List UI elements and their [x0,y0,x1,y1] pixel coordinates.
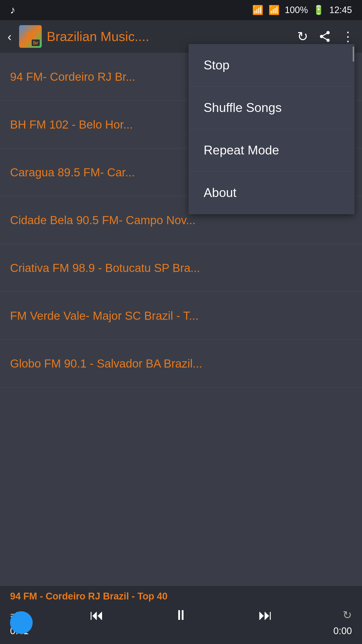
signal-icon: 📶 [268,5,280,15]
now-playing-text: 94 FM - Cordeiro RJ Brazil - Top 40 [10,591,352,602]
menu-item-repeat[interactable]: Repeat Mode [189,129,354,172]
time-remaining: 0:00 [333,626,352,636]
status-bar: ♪ 📶 📶 100% 🔋 12:45 [0,0,362,20]
wifi-icon: 📶 [252,5,263,15]
player-bar: 94 FM - Cordeiro RJ Brazil - Top 40 ⇌ ⏮ … [0,586,362,644]
app-logo: br [19,25,42,48]
time-display: 12:45 [329,5,352,15]
repeat-button[interactable]: ↻ [343,609,352,621]
app-title: Brazilian Music.... [47,29,292,44]
app-bar-actions: ↻ ⋮ [297,29,354,44]
back-button[interactable]: ‹ [8,30,12,44]
menu-item-about[interactable]: About [189,172,354,214]
next-button[interactable]: ⏭ [258,607,273,623]
station-item[interactable]: Globo FM 90.1 - Salvador BA Brazil... [0,340,362,387]
scrollbar-thumb [353,47,354,62]
previous-button[interactable]: ⏮ [90,607,104,623]
logo-br-text: br [32,40,40,46]
share-button[interactable] [318,30,331,43]
refresh-button[interactable]: ↻ [297,29,308,44]
dropdown-scrollbar [352,44,354,214]
station-item[interactable]: FM Verde Vale- Major SC Brazil - T... [0,292,362,340]
time-row: 0:41 0:00 [10,626,352,636]
more-options-button[interactable]: ⋮ [341,29,354,44]
dropdown-menu: Stop Shuffle Songs Repeat Mode About [189,44,354,214]
player-controls: ⇌ ⏮ ⏸ ⏭ ↻ [10,607,352,623]
menu-item-shuffle[interactable]: Shuffle Songs [189,87,354,129]
menu-item-stop[interactable]: Stop [189,44,354,87]
music-note-icon: ♪ [10,4,15,16]
pause-button[interactable]: ⏸ [174,607,188,623]
station-item[interactable]: Criativa FM 98.9 - Botucatu SP Bra... [0,244,362,292]
avatar[interactable] [10,611,33,634]
battery-text: 100% [285,5,308,15]
battery-icon: 🔋 [313,5,324,15]
